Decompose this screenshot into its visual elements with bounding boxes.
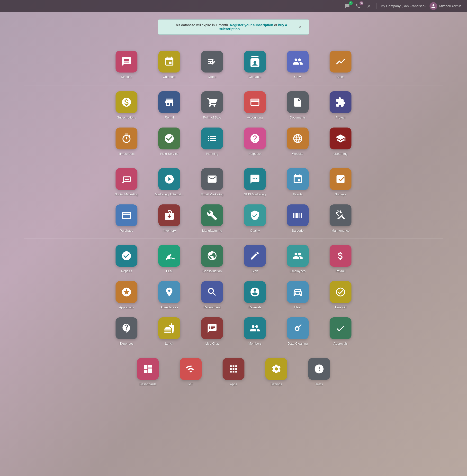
app-label-project: Project [336,116,345,120]
app-item-employees[interactable]: Employees [278,245,317,273]
avatar [429,2,437,10]
app-item-sales[interactable]: Sales [321,51,360,79]
row-divider-7 [24,352,443,352]
app-item-social-marketing[interactable]: Social Marketing [107,168,146,197]
app-item-project[interactable]: Project [321,91,360,120]
notification-close[interactable]: × [299,25,301,29]
app-item-accounting[interactable]: Accounting [235,91,274,120]
app-item-apps[interactable]: Apps [214,358,253,386]
app-item-attendances[interactable]: Attendances [150,281,189,310]
app-row-6: AppraisalsAttendancesRecruitmentReferral… [24,277,443,313]
app-item-sign[interactable]: Sign [235,245,274,273]
app-item-events[interactable]: Events [278,168,317,197]
notification-text: This database will expire in 1 month. Re… [166,23,295,31]
app-icon-field-service [158,128,180,149]
app-item-quality[interactable]: Quality [235,204,274,233]
app-icon-helpdesk [244,128,266,149]
app-label-quality: Quality [250,229,260,233]
close-icon-btn[interactable] [365,2,373,10]
app-icon-point-of-sale [201,91,223,113]
phone-icon-btn[interactable]: 30 [354,2,362,10]
app-item-approvals[interactable]: Approvals [321,317,360,346]
app-item-lunch[interactable]: Lunch [150,317,189,346]
user-section[interactable]: Mitchell Admin [429,2,461,10]
app-label-members: Members [248,342,261,346]
app-item-subscriptions[interactable]: Subscriptions [107,91,146,120]
app-item-iot[interactable]: IoT [171,358,210,386]
app-label-recruitment: Recruitment [204,305,221,310]
app-icon-employees [287,245,309,267]
app-item-calendar[interactable]: Calendar [150,51,189,79]
app-label-tests: Tests [315,382,323,386]
app-item-inventory[interactable]: Inventory [150,204,189,233]
app-label-events: Events [293,193,303,197]
app-item-barcode[interactable]: Barcode [278,204,317,233]
app-item-members[interactable]: Members [235,317,274,346]
app-item-rental[interactable]: Rental [150,91,189,120]
app-item-purchase[interactable]: Purchase [107,204,146,233]
app-icon-marketing-automation [158,168,180,190]
app-label-sms-marketing: SMS Marketing [244,193,266,197]
app-label-email-marketing: Email Marketing [201,193,223,197]
app-label-manufacturing: Manufacturing [202,229,222,233]
app-label-discuss: Discuss [121,75,132,79]
app-label-fleet: Fleet [294,305,301,310]
app-item-website[interactable]: Website [278,128,317,156]
chat-icon-btn[interactable]: 5 [343,2,351,10]
app-item-fleet[interactable]: Fleet [278,281,317,310]
app-item-recruitment[interactable]: Recruitment [193,281,232,310]
register-link[interactable]: Register your subscription [230,23,273,27]
app-item-consolidation[interactable]: Consolidation [193,245,232,273]
app-icon-planning [201,128,223,149]
app-item-manufacturing[interactable]: Manufacturing [193,204,232,233]
app-icon-notes [201,51,223,73]
app-item-contacts[interactable]: Contacts [235,51,274,79]
app-item-settings[interactable]: Settings [257,358,296,386]
app-icon-payroll [330,245,351,267]
app-label-website: Website [292,152,304,156]
app-item-discuss[interactable]: Discuss [107,51,146,79]
app-item-email-marketing[interactable]: Email Marketing [193,168,232,197]
topbar-icons: 5 30 [343,2,373,10]
app-item-field-service[interactable]: Field Service [150,128,189,156]
app-item-surveys[interactable]: Surveys [321,168,360,197]
app-item-expenses[interactable]: Expenses [107,317,146,346]
app-item-elearning[interactable]: eLearning [321,128,360,156]
topbar-divider [376,3,377,9]
app-icon-calendar [158,51,180,73]
app-item-notes[interactable]: Notes [193,51,232,79]
app-item-plm[interactable]: PLM [150,245,189,273]
app-item-maintenance[interactable]: Maintenance [321,204,360,233]
app-item-timesheets[interactable]: Timesheets [107,128,146,156]
app-item-crm[interactable]: CRM [278,51,317,79]
app-icon-repairs [116,245,137,267]
app-item-referrals[interactable]: Referrals [235,281,274,310]
app-item-sms-marketing[interactable]: SMS Marketing [235,168,274,197]
app-icon-iot [180,358,202,380]
svg-point-0 [295,292,297,294]
app-item-helpdesk[interactable]: Helpdesk [235,128,274,156]
app-icon-time-off [330,281,351,303]
app-item-repairs[interactable]: Repairs [107,245,146,273]
app-item-documents[interactable]: Documents [278,91,317,120]
app-item-time-off[interactable]: Time Off [321,281,360,310]
app-item-tests[interactable]: Tests [300,358,338,386]
app-label-repairs: Repairs [121,269,132,273]
app-icon-plm [158,245,180,267]
app-item-payroll[interactable]: Payroll [321,245,360,273]
app-item-data-cleaning[interactable]: Data Cleaning [278,317,317,346]
app-item-dashboards[interactable]: Dashboards [129,358,167,386]
app-label-settings: Settings [271,382,282,386]
app-row-5: RepairsPLMConsolidationSignEmployeesPayr… [24,241,443,277]
app-label-accounting: Accounting [247,116,263,120]
app-item-point-of-sale[interactable]: Point of Sale [193,91,232,120]
app-item-appraisals[interactable]: Appraisals [107,281,146,310]
app-label-consolidation: Consolidation [203,269,222,273]
app-item-planning[interactable]: Planning [193,128,232,156]
row-divider-4 [24,238,443,239]
app-item-live-chat[interactable]: Live Chat [193,317,232,346]
company-name[interactable]: My Company (San Francisco) [381,4,426,8]
app-icon-subscriptions [116,91,137,113]
app-item-marketing-automation[interactable]: Marketing Automat... [150,168,189,197]
app-row-2: TimesheetsField ServicePlanningHelpdeskW… [24,124,443,160]
